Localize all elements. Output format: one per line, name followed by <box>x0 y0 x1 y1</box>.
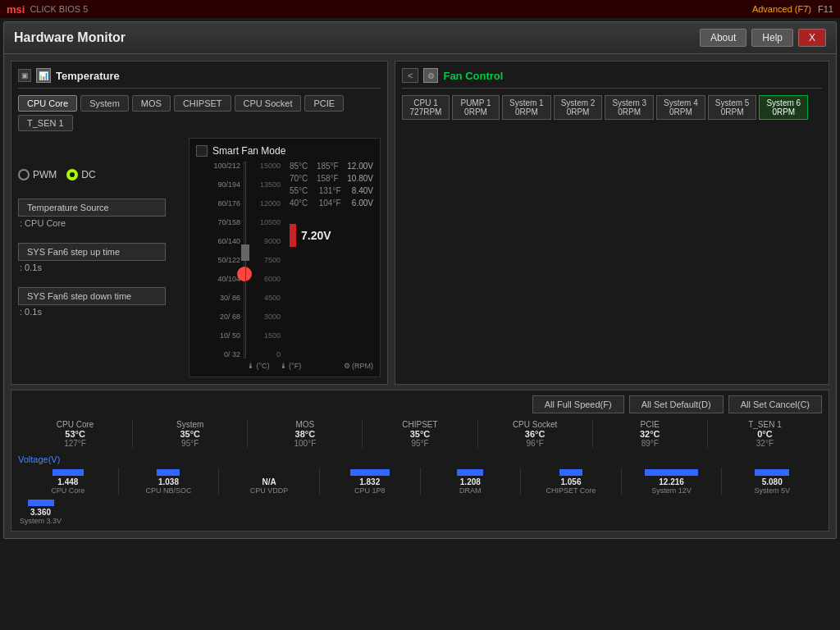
y-label-1: 90/194 <box>196 180 240 189</box>
volt-bar-sys12v <box>623 468 720 476</box>
rpm-legend: ⚙ (RPM) <box>344 362 374 370</box>
control-section: PWM DC Temperature Source <box>18 169 176 317</box>
chart-area[interactable] <box>244 162 246 358</box>
volt-name-cpu-nbsoc: CPU NB/SOC <box>121 486 217 495</box>
volt-bar-fill-dram <box>457 469 483 476</box>
sensor-btn-cpu-socket[interactable]: CPU Socket <box>235 95 302 112</box>
chart-y-labels: 100/212 90/194 80/176 70/158 60/140 50/1… <box>196 162 244 358</box>
fan-tabs: CPU 1727RPM PUMP 10RPM System 10RPM Syst… <box>402 95 822 120</box>
smart-fan-mode: Smart Fan Mode <box>196 145 373 157</box>
fan-tab-sys1[interactable]: System 10RPM <box>502 95 551 120</box>
bottom-sensor-mos: MOS 38°C 100°F <box>248 420 363 448</box>
fan-tab-sys4[interactable]: System 40RPM <box>656 95 705 120</box>
rpm-6: 6000 <box>249 275 281 283</box>
fahrenheit-legend: 🌡 (°F) <box>280 362 302 370</box>
volt-bar-cpu-vddp <box>221 468 317 476</box>
dc-label: DC <box>81 169 95 180</box>
help-button[interactable]: Help <box>751 29 793 47</box>
fan-nav-prev[interactable]: < <box>402 68 418 83</box>
all-set-default-button[interactable]: All Set Default(D) <box>629 395 724 413</box>
fan-tab-pump1[interactable]: PUMP 10RPM <box>452 95 500 120</box>
volt-name-chipset-core: CHIPSET Core <box>523 486 619 495</box>
top-bar: msi CLICK BIOS 5 Advanced (F7) F11 <box>0 0 840 18</box>
rpm-7: 4500 <box>249 294 281 302</box>
sensor-f-tsen1: 32°F <box>711 439 819 448</box>
sensor-btn-pcie[interactable]: PCIE <box>304 95 344 112</box>
step-up-button[interactable]: SYS Fan6 step up time <box>18 243 166 261</box>
fan-tab-sys2[interactable]: System 20RPM <box>554 95 603 120</box>
volt-33v-row: 3.360 System 3.3V <box>18 498 822 526</box>
volt-bar-fill-33v <box>28 500 54 506</box>
sensor-btn-mos[interactable]: MOS <box>132 95 171 112</box>
y-label-7: 30/ 86 <box>196 294 240 302</box>
fan-tab-sys5[interactable]: System 50RPM <box>708 95 757 120</box>
volt-name-sys12v: System 12V <box>623 486 720 495</box>
window-buttons: About Help X <box>700 29 826 47</box>
close-button[interactable]: X <box>798 29 826 47</box>
current-voltage-row: 7.20V <box>290 224 373 247</box>
volt-bar-cpu-nbsoc <box>121 468 217 476</box>
hardware-monitor-window: Hardware Monitor About Help X ▣ 📊 Temper… <box>3 21 837 539</box>
y-label-0: 100/212 <box>196 162 240 170</box>
left-controls: PWM DC Temperature Source <box>18 138 182 377</box>
all-full-speed-button[interactable]: All Full Speed(F) <box>532 395 624 413</box>
volt-item-sys33v: 3.360 System 3.3V <box>18 498 63 525</box>
smart-fan-checkbox[interactable] <box>196 145 208 157</box>
volt-val-sys12v: 12.216 <box>623 477 720 486</box>
bottom-sensor-cpu-core: CPU Core 53°C 127°F <box>18 420 133 448</box>
temp-source-button[interactable]: Temperature Source <box>18 199 166 217</box>
y-label-9: 10/ 50 <box>196 331 240 340</box>
step-down-button[interactable]: SYS Fan6 step down time <box>18 287 166 305</box>
volt-840v: 8.40V <box>352 186 373 195</box>
volt-val-sys5v: 5.080 <box>724 477 820 486</box>
current-voltage-value: 7.20V <box>301 229 331 242</box>
fan-panel-header: < ⚙ Fan Control <box>402 68 822 89</box>
fan-tab-sys3[interactable]: System 30RPM <box>605 95 654 120</box>
y-label-4: 60/140 <box>196 237 240 245</box>
dc-radio[interactable]: DC <box>66 169 95 180</box>
pwm-radio[interactable]: PWM <box>18 169 57 180</box>
bottom-sensor-pcie: PCIE 32°C 89°F <box>593 420 708 448</box>
all-set-cancel-button[interactable]: All Set Cancel(C) <box>728 395 822 413</box>
fan-tab-cpu1[interactable]: CPU 1727RPM <box>402 95 450 120</box>
sensor-btn-chipset[interactable]: CHIPSET <box>174 95 231 112</box>
sensor-btn-cpu-core[interactable]: CPU Core <box>18 95 77 112</box>
volt-name-dram: DRAM <box>422 486 519 495</box>
about-button[interactable]: About <box>700 29 746 47</box>
step-up-group: SYS Fan6 step up time : 0.1s <box>18 243 176 272</box>
temp-panel-body: PWM DC Temperature Source <box>18 138 381 377</box>
sensor-c-mos: 38°C <box>251 429 358 439</box>
vt-row-4: 40°C 104°F 6.00V <box>290 199 373 208</box>
sensor-c-system: 35°C <box>136 429 244 439</box>
volt-bar-cpu-core <box>20 468 116 476</box>
temp-icon: 📊 <box>36 68 51 83</box>
expand-button[interactable]: ▣ <box>18 69 31 82</box>
temp-131f: 131°F <box>319 186 341 195</box>
fan-tab-sys6[interactable]: System 60RPM <box>759 95 808 120</box>
sensor-c-cpu-socket: 36°C <box>482 429 589 439</box>
fan-control-panel: < ⚙ Fan Control CPU 1727RPM PUMP 10RPM S… <box>395 61 829 385</box>
volt-name-cpu-vddp: CPU VDDP <box>221 486 317 495</box>
volt-item-cpu-nbsoc: 1.038 CPU NB/SOC <box>119 468 220 495</box>
sensor-f-cpu-core: 127°F <box>21 439 129 448</box>
rpm-0: 15000 <box>249 162 281 170</box>
sensor-name-chipset: CHIPSET <box>366 420 473 429</box>
volt-name-cpu-1p8: CPU 1P8 <box>322 486 418 495</box>
volt-600v: 6.00V <box>352 199 373 208</box>
temp-158f: 158°F <box>317 174 339 183</box>
rpm-2: 12000 <box>249 199 281 208</box>
sensor-name-mos: MOS <box>251 420 358 429</box>
chart-slider-handle[interactable] <box>241 244 249 261</box>
f11-label[interactable]: F11 <box>818 4 833 14</box>
temp-panel-title: Temperature <box>56 70 120 82</box>
step-down-value: : 0.1s <box>18 307 176 317</box>
volt-bar-sys33v <box>20 498 62 506</box>
msi-logo: msi <box>7 3 25 16</box>
temp-85c: 85°C <box>290 162 308 171</box>
y-label-2: 80/176 <box>196 199 240 208</box>
vt-row-2: 70°C 158°F 10.80V <box>290 174 373 183</box>
sensor-btn-system[interactable]: System <box>80 95 129 112</box>
sensor-btn-tsen1[interactable]: T_SEN 1 <box>18 115 73 131</box>
rpm-4: 9000 <box>249 237 281 245</box>
temp-104f: 104°F <box>319 199 341 208</box>
